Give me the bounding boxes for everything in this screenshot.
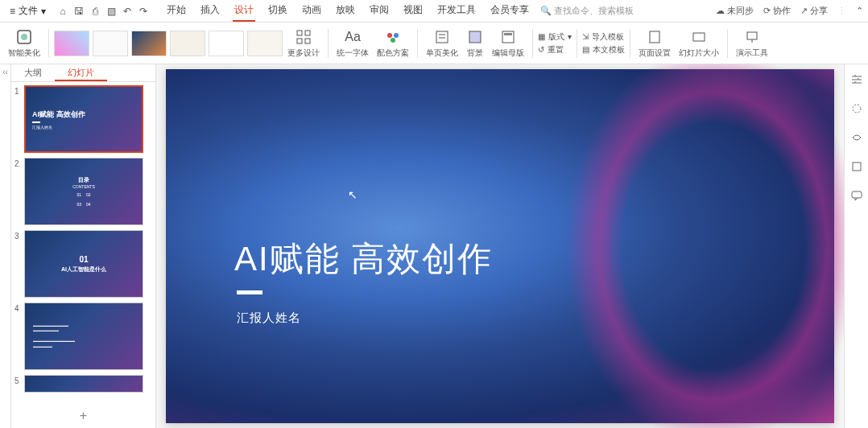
template-thumb[interactable] (54, 31, 89, 56)
thumb-bar (32, 121, 40, 123)
svg-point-8 (391, 38, 395, 43)
search-box[interactable]: 🔍 查找命令、搜索模板 (540, 5, 634, 17)
thumb-title: AI赋能 高效创作 (32, 109, 135, 120)
template-thumb[interactable] (247, 31, 283, 56)
svg-rect-12 (469, 31, 481, 43)
slidepanel-tabs: 大纲 幻灯片 (11, 64, 155, 82)
sync-status[interactable]: ☁ 未同步 (716, 5, 754, 17)
design-icon[interactable] (849, 159, 864, 174)
chevron-down-icon: ▾ (568, 32, 572, 41)
reset-button[interactable]: ↺重置 (538, 44, 572, 56)
slide-title-bar (237, 290, 262, 294)
page-beautify-button[interactable]: 单页美化 (423, 28, 461, 59)
unify-font-label: 统一字体 (337, 47, 369, 59)
collab-label: 协作 (773, 5, 791, 17)
slide-canvas[interactable]: AI赋能 高效创作 汇报人姓名 ↖ (156, 64, 844, 428)
menu-icon: ≡ (10, 6, 15, 17)
current-slide[interactable]: AI赋能 高效创作 汇报人姓名 ↖ (166, 69, 834, 423)
tab-start[interactable]: 开始 (165, 0, 188, 22)
tab-outline-panel[interactable]: 大纲 (11, 64, 55, 81)
template-icon: ▤ (582, 45, 589, 54)
tab-developer[interactable]: 开发工具 (436, 0, 477, 22)
quick-access-toolbar: ⌂ 🖫 ⎙ ▧ ↶ ↷ (57, 6, 149, 17)
tab-review[interactable]: 审阅 (368, 0, 391, 22)
file-menu[interactable]: ≡ 文件 ▾ (5, 2, 51, 19)
svg-point-6 (387, 33, 392, 38)
thumb-subtitle: 汇报人姓名 (32, 125, 135, 130)
slide-thumbnail-4[interactable]: ▬▬▬▬▬▬▬▬▬▬▬▬▬▬▬▬▬▬▬▬▬▬▬▬▬▬▬▬▬▬▬▬▬▬▬▬▬▬ (24, 302, 143, 370)
slide-thumbnail-2[interactable]: 目录 CONTENTS 0102 0304 (24, 158, 143, 225)
svg-rect-5 (305, 39, 310, 43)
undo-icon[interactable]: ↶ (122, 6, 133, 17)
select-icon[interactable] (849, 101, 864, 116)
share-button[interactable]: ↗ 分享 (800, 5, 828, 17)
preview-icon[interactable]: ▧ (105, 6, 117, 17)
edit-master-label: 编辑母版 (492, 47, 524, 59)
svg-rect-15 (650, 31, 659, 43)
background-button[interactable]: 背景 (463, 28, 487, 59)
svg-point-1 (21, 34, 27, 40)
layout-button[interactable]: ▦版式▾ (538, 31, 572, 43)
slide-thumbnail-1[interactable]: AI赋能 高效创作 汇报人姓名 (24, 85, 143, 153)
add-slide-button[interactable]: + (11, 404, 155, 428)
template-thumb[interactable] (209, 31, 244, 56)
smart-beautify-button[interactable]: 智能美化 (5, 28, 43, 59)
print-icon[interactable]: ⎙ (89, 6, 101, 17)
edit-master-button[interactable]: 编辑母版 (489, 28, 527, 59)
svg-rect-4 (297, 39, 302, 43)
palette-icon (384, 28, 402, 46)
reset-label: 重置 (548, 44, 564, 56)
file-menu-label: 文件 (19, 4, 38, 18)
import-template-button[interactable]: ⇲导入模板 (582, 31, 625, 43)
svg-rect-21 (852, 191, 862, 198)
more-designs-button[interactable]: 更多设计 (284, 28, 323, 59)
local-template-button[interactable]: ▤本文模板 (582, 44, 625, 56)
collapse-ribbon-icon[interactable]: ⌃ (856, 6, 863, 16)
slide-thumbnails[interactable]: 1 AI赋能 高效创作 汇报人姓名 2 目录 CONTENTS 0102 030… (11, 82, 155, 404)
collapse-panel-button[interactable]: ‹‹ (0, 64, 11, 428)
grid-icon (295, 28, 312, 46)
comment-icon[interactable] (849, 188, 864, 203)
page-setup-icon (646, 28, 663, 46)
redo-icon[interactable]: ↷ (138, 6, 149, 17)
slide-size-button[interactable]: 幻灯片大小 (676, 28, 722, 59)
chevron-down-icon: ▾ (41, 6, 46, 17)
ribbon-separator (48, 29, 49, 58)
slide-number: 3 (14, 230, 24, 241)
home-icon[interactable]: ⌂ (57, 6, 68, 17)
tab-transition[interactable]: 切换 (267, 0, 289, 22)
divider: ⋮ (837, 6, 846, 16)
cloud-icon: ☁ (716, 6, 725, 16)
slide-thumbnail-3[interactable]: 01 AI人工智能是什么 (24, 230, 143, 298)
tab-slides-panel[interactable]: 幻灯片 (55, 64, 107, 81)
tab-design[interactable]: 设计 (233, 0, 255, 22)
color-scheme-button[interactable]: 配色方案 (374, 28, 412, 59)
tab-slideshow[interactable]: 放映 (334, 0, 357, 22)
template-thumb[interactable] (93, 31, 128, 56)
tab-member[interactable]: 会员专享 (489, 0, 531, 22)
tab-insert[interactable]: 插入 (199, 0, 221, 22)
present-tools-button[interactable]: 演示工具 (733, 28, 771, 59)
page-setup-button[interactable]: 页面设置 (635, 28, 674, 59)
collab-button[interactable]: ⟳ 协作 (763, 5, 791, 17)
slide-subtitle[interactable]: 汇报人姓名 (237, 311, 301, 326)
sync-label: 未同步 (727, 5, 754, 17)
animation-icon[interactable] (849, 130, 864, 145)
toc-grid: 0102 0304 (76, 192, 90, 207)
template-thumb[interactable] (170, 31, 205, 56)
slide-title[interactable]: AI赋能 高效创作 (234, 237, 493, 282)
share-icon: ↗ (800, 6, 808, 16)
reset-icon: ↺ (538, 45, 544, 54)
unify-font-button[interactable]: Aa 统一字体 (333, 28, 372, 59)
slide-number: 2 (14, 158, 24, 168)
tab-animation[interactable]: 动画 (300, 0, 323, 22)
template-thumb[interactable] (131, 31, 167, 56)
beautify-label: 智能美化 (8, 47, 40, 59)
tab-view[interactable]: 视图 (402, 0, 424, 22)
ribbon-separator (417, 29, 418, 58)
settings-icon[interactable] (849, 72, 864, 87)
save-icon[interactable]: 🖫 (73, 6, 85, 17)
svg-rect-9 (436, 31, 448, 43)
slide-thumbnail-5[interactable] (24, 375, 143, 393)
page-icon (433, 28, 451, 46)
